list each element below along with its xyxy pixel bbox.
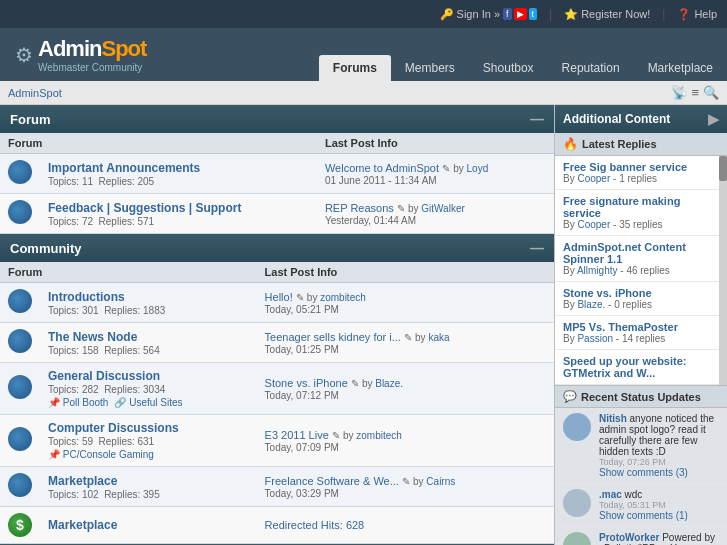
forum-icon-globe <box>8 473 32 497</box>
forum-info-cell: Introductions Topics: 301 Replies: 1883 <box>40 283 257 323</box>
latest-replies-section: 🔥 Latest Replies Free Sig banner service… <box>555 133 727 385</box>
reply-title[interactable]: Free signature making service <box>563 195 711 219</box>
search-icon[interactable]: 🔍 <box>703 85 719 100</box>
forum-icon-globe <box>8 427 32 451</box>
forum-table: Forum Last Post Info Important Announcem… <box>0 133 554 234</box>
reply-author[interactable]: Blaze. <box>577 299 605 310</box>
table-row: Introductions Topics: 301 Replies: 1883 … <box>0 283 554 323</box>
reply-title[interactable]: AdminSpot.net Content Spinner 1.1 <box>563 241 711 265</box>
forum-icon-cell <box>0 194 40 234</box>
avatar <box>563 413 591 441</box>
tab-forums[interactable]: Forums <box>319 55 391 81</box>
lastpost-author[interactable]: zombitech <box>356 430 402 441</box>
status-name[interactable]: ProtoWorker <box>599 532 659 543</box>
forum-name[interactable]: Marketplace <box>48 474 249 488</box>
lastpost-title[interactable]: Welcome to AdminSpot <box>325 162 439 174</box>
lastpost-title[interactable]: Stone vs. iPhone <box>265 377 348 389</box>
list-icon[interactable]: ≡ <box>691 85 699 100</box>
breadcrumb-home[interactable]: AdminSpot <box>8 87 62 99</box>
separator2: | <box>662 7 665 21</box>
forum-icon-globe <box>8 329 32 353</box>
content-area: Forum — Forum Last Post Info Important A… <box>0 105 554 545</box>
subforum-link[interactable]: 📌 PC/Console Gaming <box>48 449 154 460</box>
status-name[interactable]: .mac <box>599 489 622 500</box>
reply-title[interactable]: MP5 Vs. ThemaPoster <box>563 321 711 333</box>
reply-title[interactable]: Speed up your website: GTMetrix and W... <box>563 355 711 379</box>
reply-title[interactable]: Free Sig banner service <box>563 161 711 173</box>
lastpost-date: 01 June 2011 - 11:34 AM <box>325 175 437 186</box>
tab-members[interactable]: Members <box>391 55 469 81</box>
reply-author[interactable]: Passion <box>577 333 613 344</box>
register-button[interactable]: ⭐ Register Now! <box>564 8 650 21</box>
forum-name[interactable]: Marketplace <box>48 518 249 532</box>
forum-name[interactable]: Introductions <box>48 290 249 304</box>
lastpost-title[interactable]: REP Reasons <box>325 202 394 214</box>
forum-icon-cell <box>0 323 40 363</box>
sidebar: Additional Content ▶ 🔥 Latest Replies Fr… <box>554 105 727 545</box>
forum-section: Forum — Forum Last Post Info Important A… <box>0 105 554 234</box>
lastpost-author[interactable]: Cairns <box>426 476 455 487</box>
forum-icon-cell <box>0 154 40 194</box>
list-item: Free signature making service By Cooper … <box>555 190 719 236</box>
reply-title[interactable]: Stone vs. iPhone <box>563 287 711 299</box>
forum-name[interactable]: Important Announcements <box>48 161 309 175</box>
scrollbar[interactable] <box>719 156 727 385</box>
help-icon: ❓ <box>677 8 691 21</box>
lastpost-author[interactable]: zombitech <box>320 292 366 303</box>
signin-button[interactable]: 🔑 Sign In » f ▶ t <box>440 8 537 21</box>
main-layout: Forum — Forum Last Post Info Important A… <box>0 105 727 545</box>
forum-info-cell: Marketplace <box>40 507 257 544</box>
subforum-link[interactable]: 📌 Poll Booth <box>48 397 108 408</box>
reply-author[interactable]: Cooper <box>577 173 610 184</box>
forum-name[interactable]: Computer Discussions <box>48 421 249 435</box>
logo-subtitle: Webmaster Community <box>38 62 146 73</box>
lastpost-title[interactable]: Teenager sells kidney for i... <box>265 331 401 343</box>
reply-author[interactable]: Cooper <box>577 219 610 230</box>
lastpost-cell: Teenager sells kidney for i... ✎ by kaka… <box>257 323 554 363</box>
forum-name[interactable]: Feedback | Suggestions | Support <box>48 201 309 215</box>
sidebar-header: Additional Content ▶ <box>555 105 727 133</box>
rss-icon[interactable]: 📡 <box>671 85 687 100</box>
forum-section-title: Forum <box>10 112 50 127</box>
show-comments[interactable]: Show comments (1) <box>599 510 719 521</box>
sidebar-replies-list: Free Sig banner service By Cooper - 1 re… <box>555 156 719 385</box>
lastpost-title[interactable]: Freelance Software & We... <box>265 475 399 487</box>
tab-reputation[interactable]: Reputation <box>548 55 634 81</box>
lastpost-by: by zombitech <box>307 292 366 303</box>
forum-info-cell: Computer Discussions Topics: 59 Replies:… <box>40 415 257 467</box>
collapse-icon[interactable]: — <box>530 240 544 256</box>
forum-section-header: Forum — <box>0 105 554 133</box>
forum-name[interactable]: General Discussion <box>48 369 249 383</box>
lastpost-author[interactable]: kaka <box>428 332 449 343</box>
lastpost-by: by zombitech <box>343 430 402 441</box>
lastpost-by: by Loyd <box>453 163 488 174</box>
lastpost-date: Today, 03:29 PM <box>265 488 339 499</box>
list-item: Speed up your website: GTMetrix and W... <box>555 350 719 385</box>
lastpost-author[interactable]: Loyd <box>467 163 489 174</box>
tab-shoutbox[interactable]: Shoutbox <box>469 55 548 81</box>
forum-info-cell: Marketplace Topics: 102 Replies: 395 <box>40 467 257 507</box>
status-name[interactable]: Nitish <box>599 413 627 424</box>
subforum-link[interactable]: 🔗 Useful Sites <box>114 397 182 408</box>
sidebar-toggle[interactable]: ▶ <box>708 111 719 127</box>
table-row: Feedback | Suggestions | Support Topics:… <box>0 194 554 234</box>
latest-replies-title: 🔥 Latest Replies <box>555 133 727 156</box>
table-row: Computer Discussions Topics: 59 Replies:… <box>0 415 554 467</box>
reply-author[interactable]: Allmighty <box>577 265 618 276</box>
tab-marketplace[interactable]: Marketplace <box>634 55 727 81</box>
lastpost-title[interactable]: E3 2011 Live <box>265 429 329 441</box>
show-comments[interactable]: Show comments (3) <box>599 467 719 478</box>
status-text: wdc <box>625 489 643 500</box>
logo-text: AdminSpot <box>38 36 146 62</box>
lastpost-cell: Hello! ✎ by zombitech Today, 05:21 PM <box>257 283 554 323</box>
reply-by: By Cooper - 1 replies <box>563 173 711 184</box>
forum-info-cell: Feedback | Suggestions | Support Topics:… <box>40 194 317 234</box>
collapse-icon[interactable]: — <box>530 111 544 127</box>
sidebar-title: Additional Content <box>563 112 670 126</box>
forum-sub: 📌 Poll Booth 🔗 Useful Sites <box>48 397 249 408</box>
lastpost-author[interactable]: Blaze. <box>375 378 403 389</box>
forum-name[interactable]: The News Node <box>48 330 249 344</box>
lastpost-title[interactable]: Hello! <box>265 291 293 303</box>
lastpost-author[interactable]: GitWalker <box>421 203 465 214</box>
help-button[interactable]: ❓ Help <box>677 8 717 21</box>
